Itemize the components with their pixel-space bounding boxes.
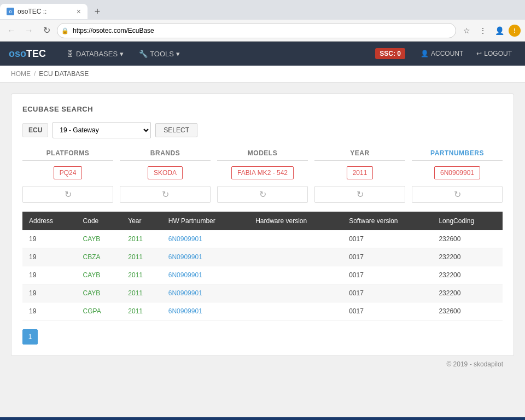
cell-code: CAYB [77, 266, 122, 284]
tools-arrow: ▾ [176, 50, 180, 58]
table-row: 19 CAYB 2011 6N0909901 0017 232600 [22, 230, 503, 248]
col-software-version: Software version [342, 212, 432, 230]
cell-hw-partnumber[interactable]: 6N0909901 [162, 248, 249, 266]
cell-longcoding: 232200 [432, 284, 503, 302]
filter-year: YEAR 2011 ↻ [314, 149, 405, 203]
cell-year: 2011 [121, 284, 161, 302]
forward-button[interactable]: → [22, 24, 36, 38]
filter-platforms: PLATFORMS PQ24 ↻ [22, 149, 113, 203]
brand-oso: oso [9, 48, 26, 59]
breadcrumb-current: ECU DATABASE [39, 70, 89, 78]
page-1-button[interactable]: 1 [22, 329, 38, 345]
nav-databases[interactable]: 🗄 DATABASES ▾ [59, 42, 131, 66]
filter-platforms-tag[interactable]: PQ24 [54, 166, 83, 179]
cell-address: 19 [22, 230, 77, 248]
tools-icon: 🔧 [139, 50, 148, 58]
cell-year: 2011 [121, 302, 161, 320]
refresh-button[interactable]: ↻ [39, 24, 54, 38]
address-bar-input[interactable] [57, 23, 456, 38]
browser-tab[interactable]: o osoTEC :: × [0, 4, 88, 19]
account-circle-button[interactable]: 👤 [492, 24, 506, 38]
cell-address: 19 [22, 266, 77, 284]
col-hardware-version: Hardware version [249, 212, 342, 230]
cell-address: 19 [22, 302, 77, 320]
databases-arrow: ▾ [120, 50, 124, 58]
filter-partnumbers-refresh[interactable]: ↻ [412, 186, 503, 203]
nav-icons: ☆ ⋮ 👤 ! [459, 24, 521, 38]
notification-button[interactable]: ! [509, 25, 521, 37]
filter-year-tag[interactable]: 2011 [347, 166, 374, 179]
cell-longcoding: 232600 [432, 302, 503, 320]
panel-title: ECUBASE SEARCH [22, 105, 503, 113]
brand-tec: TEC [26, 48, 46, 59]
cell-code: CAYB [77, 284, 122, 302]
filter-models-header: MODELS [217, 149, 308, 161]
browser-menu-button[interactable]: ⋮ [476, 24, 490, 38]
bookmark-star-button[interactable]: ☆ [459, 24, 474, 38]
col-code: Code [77, 212, 122, 230]
table-row: 19 CAYB 2011 6N0909901 0017 232200 [22, 266, 503, 284]
col-address: Address [22, 212, 77, 230]
cell-hw-partnumber[interactable]: 6N0909901 [162, 266, 249, 284]
nav-tools[interactable]: 🔧 TOOLS ▾ [131, 42, 188, 66]
cell-hw-version [249, 266, 342, 284]
breadcrumb-home[interactable]: HOME [11, 70, 31, 78]
cell-address: 19 [22, 248, 77, 266]
address-bar-wrap: 🔒 [57, 23, 456, 38]
ssc-badge: SSC: 0 [375, 48, 405, 59]
lock-icon: 🔒 [61, 27, 69, 34]
databases-label: DATABASES [76, 50, 118, 58]
results-table: Address Code Year HW Partnumber Hardware… [22, 212, 503, 320]
filter-models: MODELS FABIA MK2 - 542 ↻ [217, 149, 308, 203]
refresh-icon-year: ↻ [357, 189, 364, 200]
browser-chrome: o osoTEC :: × + ← → ↻ 🔒 ☆ ⋮ 👤 ! [0, 0, 525, 42]
filter-platforms-header: PLATFORMS [22, 149, 113, 161]
tools-label: TOOLS [150, 50, 174, 58]
ecu-label: ECU [22, 123, 48, 137]
new-tab-button[interactable]: + [90, 4, 105, 19]
ecu-select[interactable]: 19 - Gateway 01 - Engine 02 - Transmissi… [52, 122, 151, 138]
taskbar: Пуск EN ⬛ ⬛ ⬛ 13:25 10.03.2019 [0, 417, 525, 420]
account-button[interactable]: 👤 ACCOUNT [416, 50, 468, 57]
filter-models-tag[interactable]: FABIA MK2 - 542 [231, 166, 294, 179]
back-button[interactable]: ← [4, 24, 19, 38]
copyright-text: © 2019 - skodapilot [446, 360, 503, 368]
tab-bar: o osoTEC :: × + [0, 0, 525, 20]
filter-year-refresh[interactable]: ↻ [314, 186, 405, 203]
table-row: 19 CBZA 2011 6N0909901 0017 232200 [22, 248, 503, 266]
cell-longcoding: 232200 [432, 266, 503, 284]
filter-brands-refresh[interactable]: ↻ [120, 186, 211, 203]
refresh-icon-platforms: ↻ [65, 189, 72, 200]
col-hw-partnumber: HW Partnumber [162, 212, 249, 230]
cell-hw-partnumber[interactable]: 6N0909901 [162, 284, 249, 302]
col-longcoding: LongCoding [432, 212, 503, 230]
table-row: 19 CGPA 2011 6N0909901 0017 232600 [22, 302, 503, 320]
nav-right: SSC: 0 👤 ACCOUNT ↩ LOGOUT [375, 48, 516, 59]
select-button[interactable]: SELECT [155, 123, 197, 137]
tab-close-button[interactable]: × [77, 7, 81, 16]
filter-partnumbers: PARTNUMBERS 6N0909901 ↻ [412, 149, 503, 203]
filter-partnumbers-tag[interactable]: 6N0909901 [434, 166, 480, 179]
logout-button[interactable]: ↩ LOGOUT [472, 50, 516, 57]
cell-hw-partnumber[interactable]: 6N0909901 [162, 302, 249, 320]
search-panel: ECUBASE SEARCH ECU 19 - Gateway 01 - Eng… [11, 94, 514, 356]
col-year: Year [121, 212, 161, 230]
table-header: Address Code Year HW Partnumber Hardware… [22, 212, 503, 230]
logout-icon: ↩ [476, 50, 482, 57]
db-icon: 🗄 [67, 50, 74, 58]
cell-sw-version: 0017 [342, 284, 432, 302]
filter-platforms-refresh[interactable]: ↻ [22, 186, 113, 203]
cell-sw-version: 0017 [342, 248, 432, 266]
pagination: 1 [22, 329, 503, 345]
cell-hw-version [249, 230, 342, 248]
filter-row: PLATFORMS PQ24 ↻ BRANDS SKODA ↻ [22, 149, 503, 203]
browser-nav-bar: ← → ↻ 🔒 ☆ ⋮ 👤 ! [0, 20, 525, 42]
filter-models-refresh[interactable]: ↻ [217, 186, 308, 203]
cell-sw-version: 0017 [342, 230, 432, 248]
cell-hw-partnumber[interactable]: 6N0909901 [162, 230, 249, 248]
cell-hw-version [249, 284, 342, 302]
cell-hw-version [249, 302, 342, 320]
filter-brands-tag[interactable]: SKODA [148, 166, 183, 179]
table-row: 19 CAYB 2011 6N0909901 0017 232200 [22, 284, 503, 302]
cell-year: 2011 [121, 230, 161, 248]
